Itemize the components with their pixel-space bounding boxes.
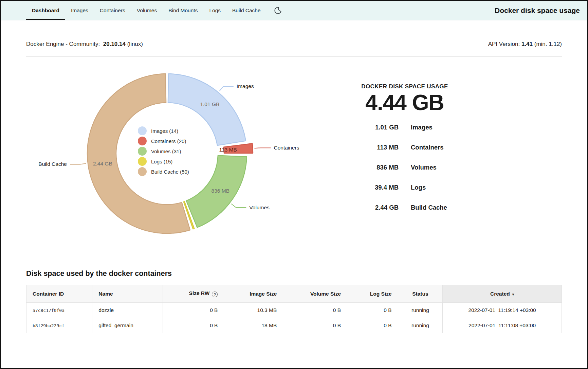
cell-created: 2022-07-01 11:19:14 +03:00 xyxy=(443,303,562,318)
column-label: Container ID xyxy=(33,291,64,297)
slice-value-label: 2.44 GB xyxy=(93,161,112,166)
cell-container-id: b8f29ba229cf xyxy=(26,318,92,333)
containers-table: Container IDNameSize RW?Image SizeVolume… xyxy=(26,285,562,333)
api-version-label: API Version: xyxy=(488,41,520,47)
column-label: Size RW xyxy=(189,290,210,296)
legend-item-volumes[interactable]: Volumes (31) xyxy=(138,147,189,156)
cell-log-size: 0 B xyxy=(347,303,398,318)
legend-dot xyxy=(138,126,147,135)
summary-size: 2.44 GB xyxy=(346,204,399,212)
legend-dot xyxy=(138,167,147,176)
summary-label: Images xyxy=(399,124,433,132)
column-header-image-size[interactable]: Image Size xyxy=(224,285,283,303)
slice-value-label: 836 MB xyxy=(212,188,229,194)
cell-created: 2022-07-01 11:11:08 +03:00 xyxy=(443,318,562,333)
summary-heading: DOCKER DISK SPACE USAGE xyxy=(346,83,464,90)
summary-label: Logs xyxy=(399,184,426,192)
column-header-container-id[interactable]: Container ID xyxy=(26,285,92,303)
column-header-created[interactable]: Created▾ xyxy=(443,285,562,303)
summary-size: 113 MB xyxy=(346,144,399,152)
slice-callout-label: Build Cache xyxy=(38,161,67,167)
legend-item-images[interactable]: Images (14) xyxy=(138,126,189,135)
column-header-status[interactable]: Status xyxy=(398,285,443,303)
slice-callout-label: Volumes xyxy=(249,205,270,210)
engine-info: Docker Engine - Community: 20.10.14 (lin… xyxy=(26,41,143,48)
legend-item-logs[interactable]: Logs (15) xyxy=(138,157,189,166)
column-header-log-size[interactable]: Log Size xyxy=(347,285,398,303)
slice-value-label: 1.01 GB xyxy=(200,101,219,107)
legend-dot xyxy=(138,137,147,145)
tab-images[interactable]: Images xyxy=(65,1,94,20)
api-version-value: 1.41 xyxy=(521,41,533,47)
tab-volumes[interactable]: Volumes xyxy=(131,1,163,20)
slice-value-label: 113 MB xyxy=(219,147,237,153)
column-header-size-rw[interactable]: Size RW? xyxy=(163,285,224,303)
app-window: DashboardImagesContainersVolumesBind Mou… xyxy=(0,0,588,369)
summary-label: Containers xyxy=(399,144,444,152)
cell-size-rw: 0 B xyxy=(163,303,224,318)
cell-name: gifted_germain xyxy=(92,318,163,333)
disk-usage-donut-chart: 1.01 GBImages113 MBContainers836 MBVolum… xyxy=(1,57,333,267)
legend-dot xyxy=(138,147,147,156)
cell-image-size: 10.3 MB xyxy=(224,303,283,318)
summary-row-volumes: 836 MBVolumes xyxy=(346,164,464,172)
table-row: a7c8c17f0f0adozzle0 B10.3 MB0 B0 Brunnin… xyxy=(26,303,562,318)
top-nav: DashboardImagesContainersVolumesBind Mou… xyxy=(1,1,587,20)
engine-info-row: Docker Engine - Community: 20.10.14 (lin… xyxy=(26,20,562,56)
legend-dot xyxy=(138,157,147,166)
tab-logs[interactable]: Logs xyxy=(203,1,226,20)
summary-label: Build Cache xyxy=(399,204,447,212)
summary-label: Volumes xyxy=(399,164,437,172)
sort-desc-icon: ▾ xyxy=(512,292,514,296)
slice-leader-line xyxy=(255,148,271,148)
summary-row-build-cache: 2.44 GBBuild Cache xyxy=(346,204,464,212)
summary-size: 1.01 GB xyxy=(346,124,399,132)
slice-callout-label: Images xyxy=(237,83,254,89)
total-disk-usage: 4.44 GB xyxy=(346,91,464,114)
engine-version: 20.10.14 xyxy=(103,41,126,47)
slice-leader-line xyxy=(70,163,86,164)
summary-size: 836 MB xyxy=(346,164,399,172)
tab-containers[interactable]: Containers xyxy=(94,1,131,20)
summary-rows: 1.01 GBImages113 MBContainers836 MBVolum… xyxy=(346,124,464,212)
slice-leader-line xyxy=(219,86,234,91)
summary-size: 39.4 MB xyxy=(346,184,399,192)
summary-row-logs: 39.4 MBLogs xyxy=(346,184,464,192)
column-header-volume-size[interactable]: Volume Size xyxy=(283,285,347,303)
tab-build-cache[interactable]: Build Cache xyxy=(226,1,267,20)
usage-summary-panel: DOCKER DISK SPACE USAGE 4.44 GB 1.01 GBI… xyxy=(346,83,464,224)
cell-container-id: a7c8c17f0f0a xyxy=(26,303,92,318)
cell-image-size: 18 MB xyxy=(224,318,283,333)
tab-dashboard[interactable]: Dashboard xyxy=(26,1,65,20)
cell-status: running xyxy=(398,303,443,318)
column-label: Image Size xyxy=(250,291,277,297)
containers-table-section: Disk space used by the docker containers… xyxy=(26,269,562,333)
slice-leader-line xyxy=(231,204,246,208)
legend-item-containers[interactable]: Containers (20) xyxy=(138,137,189,145)
legend-label: Build Cache (50) xyxy=(151,169,189,175)
tab-bind-mounts[interactable]: Bind Mounts xyxy=(163,1,203,20)
legend-label: Logs (15) xyxy=(151,159,172,164)
api-version-min: (min. 1.12) xyxy=(534,41,562,47)
legend-label: Images (14) xyxy=(151,128,178,134)
table-header-row: Container IDNameSize RW?Image SizeVolume… xyxy=(26,285,562,303)
containers-table-heading: Disk space used by the docker containers xyxy=(26,269,562,278)
column-label: Created xyxy=(490,291,510,297)
theme-toggle-button[interactable] xyxy=(272,5,283,16)
slice-callout-label: Containers xyxy=(274,145,299,151)
dashboard-section: 1.01 GBImages113 MBContainers836 MBVolum… xyxy=(1,57,587,267)
summary-row-images: 1.01 GBImages xyxy=(346,124,464,132)
legend-label: Containers (20) xyxy=(151,138,186,144)
api-version-info: API Version: 1.41 (min. 1.12) xyxy=(488,41,562,48)
column-label: Name xyxy=(98,291,113,297)
column-label: Volume Size xyxy=(310,291,341,297)
column-header-name[interactable]: Name xyxy=(92,285,163,303)
cell-size-rw: 0 B xyxy=(163,318,224,333)
summary-row-containers: 113 MBContainers xyxy=(346,144,464,152)
cell-log-size: 0 B xyxy=(347,318,398,333)
help-icon[interactable]: ? xyxy=(212,292,218,297)
column-label: Status xyxy=(412,291,428,297)
nav-tabs: DashboardImagesContainersVolumesBind Mou… xyxy=(26,1,267,20)
legend-item-build-cache[interactable]: Build Cache (50) xyxy=(138,167,189,176)
cell-volume-size: 0 B xyxy=(283,303,347,318)
